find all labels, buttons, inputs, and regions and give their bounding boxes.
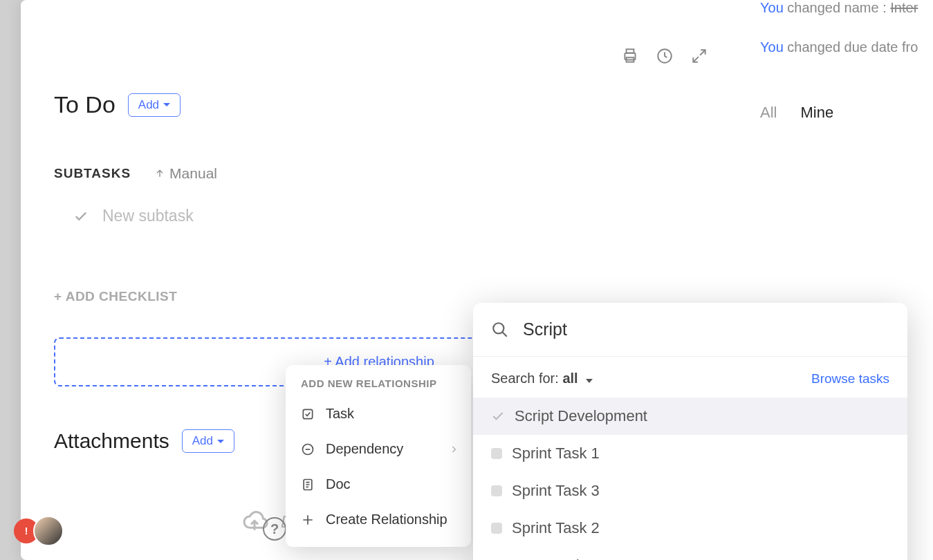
task-search-popup: Search for: all Browse tasks Script Deve…: [473, 303, 907, 560]
status-marker: [491, 448, 502, 459]
subtask-placeholder: New subtask: [102, 207, 194, 225]
activity-panel: You changed name : Inter You changed due…: [760, 0, 933, 122]
expand-icon[interactable]: [690, 47, 708, 65]
search-result[interactable]: Script Development: [473, 398, 907, 435]
presence-avatars: !: [14, 516, 64, 546]
add-attachment-button[interactable]: Add: [182, 429, 234, 453]
rel-option-plus[interactable]: Create Relationship: [286, 502, 471, 537]
check-icon: [491, 409, 505, 423]
rel-option-dependency[interactable]: Dependency: [286, 431, 471, 467]
add-button[interactable]: Add: [128, 93, 181, 117]
subtasks-label: SUBTASKS: [54, 166, 131, 181]
new-subtask-input[interactable]: New subtask: [73, 207, 933, 225]
avatar[interactable]: [33, 516, 64, 546]
tab-mine[interactable]: Mine: [800, 104, 833, 122]
rel-option-task[interactable]: Task: [286, 396, 471, 431]
sort-toggle[interactable]: Manual: [154, 165, 217, 182]
dropdown-title: ADD NEW RELATIONSHIP: [286, 377, 471, 396]
search-result[interactable]: Sprint Task 1: [473, 435, 907, 472]
browse-tasks-link[interactable]: Browse tasks: [811, 371, 889, 386]
arrow-up-icon: [154, 168, 165, 179]
search-result[interactable]: Sprint Task 3: [473, 472, 907, 510]
add-checklist-button[interactable]: + ADD CHECKLIST: [54, 289, 933, 304]
tab-all[interactable]: All: [760, 104, 777, 122]
history-icon[interactable]: [656, 47, 674, 65]
check-icon: [73, 209, 89, 224]
search-result[interactable]: Sprint Task 2: [473, 510, 907, 547]
help-button[interactable]: ?: [263, 517, 286, 541]
print-icon[interactable]: [621, 47, 639, 65]
chevron-right-icon: [449, 445, 459, 454]
svg-point-7: [493, 323, 504, 333]
search-scope[interactable]: Search for: all: [491, 371, 593, 386]
svg-rect-4: [303, 409, 312, 418]
attachments-title: Attachments: [54, 429, 169, 453]
activity-item: You changed name : Inter: [760, 0, 933, 16]
status-marker: [491, 485, 502, 496]
status-marker: [491, 523, 502, 534]
search-result[interactable]: Create Ad Content: [473, 547, 907, 560]
rel-option-doc[interactable]: Doc: [286, 467, 471, 502]
search-input[interactable]: [523, 319, 889, 339]
relationship-dropdown: ADD NEW RELATIONSHIP TaskDependencyDocCr…: [286, 365, 471, 547]
search-icon: [491, 321, 509, 339]
svg-rect-1: [627, 49, 634, 53]
activity-item: You changed due date fro: [760, 39, 933, 55]
section-title: To Do: [54, 91, 116, 118]
